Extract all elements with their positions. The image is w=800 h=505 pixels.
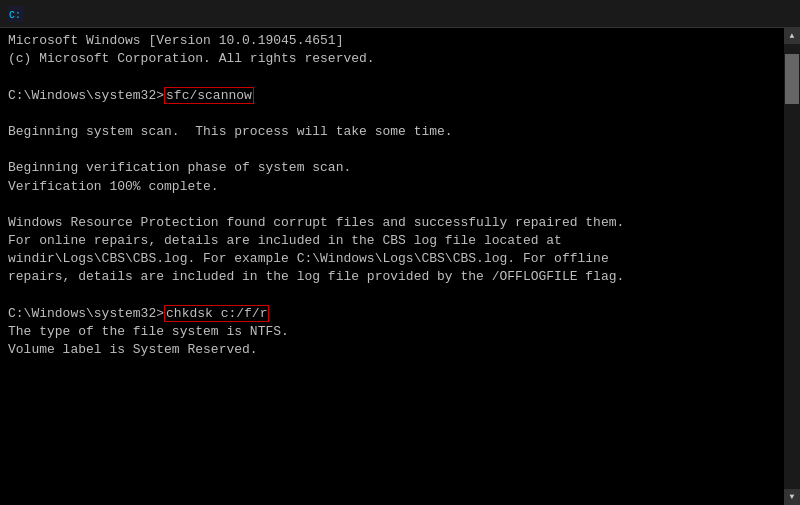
terminal-line <box>8 196 792 214</box>
terminal-content: Microsoft Windows [Version 10.0.19045.46… <box>8 32 792 487</box>
cmd-icon: C: <box>8 6 24 22</box>
terminal-line: Beginning system scan. This process will… <box>8 123 792 141</box>
terminal-line <box>8 469 792 487</box>
terminal-line: For online repairs, details are included… <box>8 232 792 250</box>
maximize-button[interactable] <box>700 0 746 28</box>
terminal-line: windir\Logs\CBS\CBS.log. For example C:\… <box>8 250 792 268</box>
command-highlight: sfc/scannow <box>164 87 254 104</box>
scroll-down-arrow[interactable]: ▼ <box>784 489 800 505</box>
terminal-line: Windows Resource Protection found corrup… <box>8 214 792 232</box>
terminal-line <box>8 450 792 468</box>
scrollbar-thumb[interactable] <box>785 54 799 104</box>
terminal-line <box>8 141 792 159</box>
terminal-line: The type of the file system is NTFS. <box>8 323 792 341</box>
terminal-line: Verification 100% complete. <box>8 178 792 196</box>
terminal-line: Microsoft Windows [Version 10.0.19045.46… <box>8 32 792 50</box>
terminal-line <box>8 396 792 414</box>
terminal-line <box>8 68 792 86</box>
close-button[interactable] <box>746 0 792 28</box>
window-controls <box>654 0 792 28</box>
terminal-line: Beginning verification phase of system s… <box>8 159 792 177</box>
terminal-line <box>8 359 792 377</box>
command-highlight: chkdsk c:/f/r <box>164 305 269 322</box>
cmd-window: C: Microsoft Windows [Version 10.0.19045… <box>0 0 800 505</box>
terminal-body[interactable]: Microsoft Windows [Version 10.0.19045.46… <box>0 28 800 505</box>
title-bar: C: <box>0 0 800 28</box>
terminal-line <box>8 414 792 432</box>
prompt-text: C:\Windows\system32> <box>8 306 164 321</box>
terminal-line: Volume label is System Reserved. <box>8 341 792 359</box>
terminal-line <box>8 432 792 450</box>
prompt-text: C:\Windows\system32> <box>8 88 164 103</box>
terminal-line <box>8 378 792 396</box>
scroll-up-arrow[interactable]: ▲ <box>784 28 800 44</box>
minimize-button[interactable] <box>654 0 700 28</box>
terminal-line <box>8 105 792 123</box>
scrollbar-track[interactable] <box>784 44 800 489</box>
terminal-line <box>8 287 792 305</box>
terminal-line: repairs, details are included in the log… <box>8 268 792 286</box>
scrollbar[interactable]: ▲ ▼ <box>784 28 800 505</box>
terminal-line: C:\Windows\system32>sfc/scannow <box>8 87 792 105</box>
svg-text:C:: C: <box>9 10 21 21</box>
terminal-line: C:\Windows\system32>chkdsk c:/f/r <box>8 305 792 323</box>
terminal-line: (c) Microsoft Corporation. All rights re… <box>8 50 792 68</box>
